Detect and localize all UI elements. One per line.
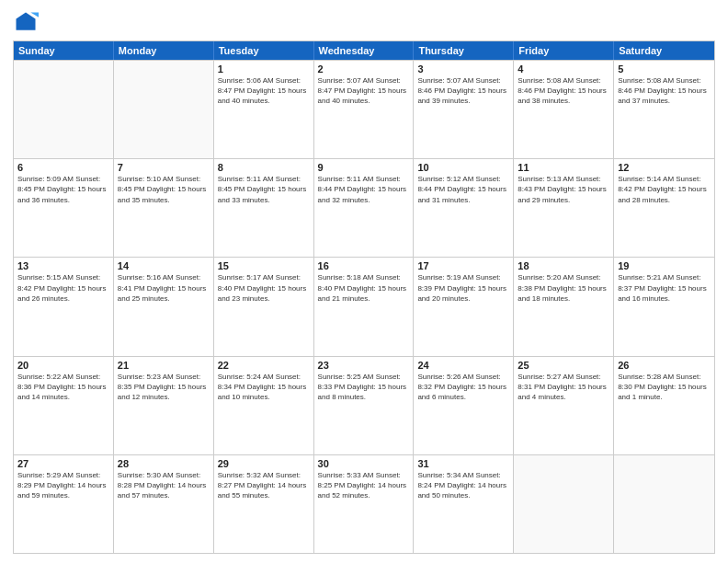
calendar-cell: [514, 455, 614, 553]
day-number: 1: [218, 63, 310, 75]
day-info: Sunrise: 5:06 AM Sunset: 8:47 PM Dayligh…: [218, 75, 310, 107]
calendar-cell: [14, 61, 114, 158]
calendar-cell: 3Sunrise: 5:07 AM Sunset: 8:46 PM Daylig…: [414, 61, 514, 158]
day-number: 12: [618, 162, 711, 173]
calendar-cell: 15Sunrise: 5:17 AM Sunset: 8:40 PM Dayli…: [214, 258, 314, 355]
calendar-header: SundayMondayTuesdayWednesdayThursdayFrid…: [14, 41, 714, 60]
calendar-cell: 30Sunrise: 5:33 AM Sunset: 8:25 PM Dayli…: [314, 455, 415, 553]
day-info: Sunrise: 5:09 AM Sunset: 8:45 PM Dayligh…: [17, 174, 109, 205]
day-number: 2: [318, 63, 410, 75]
day-number: 24: [417, 360, 509, 371]
calendar-cell: 4Sunrise: 5:08 AM Sunset: 8:46 PM Daylig…: [514, 61, 614, 158]
day-info: Sunrise: 5:18 AM Sunset: 8:40 PM Dayligh…: [318, 272, 410, 304]
day-number: 16: [318, 260, 410, 271]
calendar-header-cell: Wednesday: [314, 41, 415, 60]
calendar-cell: 26Sunrise: 5:28 AM Sunset: 8:30 PM Dayli…: [614, 357, 714, 454]
calendar-header-cell: Sunday: [14, 41, 114, 60]
calendar-cell: 23Sunrise: 5:25 AM Sunset: 8:33 PM Dayli…: [314, 357, 415, 454]
day-info: Sunrise: 5:25 AM Sunset: 8:33 PM Dayligh…: [318, 372, 410, 403]
day-number: 4: [518, 63, 609, 75]
day-number: 18: [518, 260, 609, 271]
day-number: 3: [417, 63, 509, 75]
day-number: 9: [318, 162, 410, 173]
calendar-cell: 29Sunrise: 5:32 AM Sunset: 8:27 PM Dayli…: [214, 455, 314, 553]
calendar-row: 20Sunrise: 5:22 AM Sunset: 8:36 PM Dayli…: [14, 356, 714, 454]
calendar-cell: 1Sunrise: 5:06 AM Sunset: 8:47 PM Daylig…: [214, 61, 314, 158]
calendar-cell: 8Sunrise: 5:11 AM Sunset: 8:45 PM Daylig…: [214, 159, 314, 257]
day-number: 26: [618, 360, 711, 371]
day-info: Sunrise: 5:08 AM Sunset: 8:46 PM Dayligh…: [618, 75, 711, 107]
calendar-cell: 10Sunrise: 5:12 AM Sunset: 8:44 PM Dayli…: [414, 159, 514, 257]
day-number: 19: [618, 260, 711, 271]
calendar-cell: 12Sunrise: 5:14 AM Sunset: 8:42 PM Dayli…: [614, 159, 714, 257]
day-info: Sunrise: 5:16 AM Sunset: 8:41 PM Dayligh…: [118, 272, 210, 304]
calendar-cell: [614, 455, 714, 553]
calendar-cell: 28Sunrise: 5:30 AM Sunset: 8:28 PM Dayli…: [114, 455, 214, 553]
calendar-cell: 2Sunrise: 5:07 AM Sunset: 8:47 PM Daylig…: [314, 61, 415, 158]
day-info: Sunrise: 5:29 AM Sunset: 8:29 PM Dayligh…: [17, 470, 109, 501]
calendar-cell: 31Sunrise: 5:34 AM Sunset: 8:24 PM Dayli…: [414, 455, 514, 553]
calendar-cell: 19Sunrise: 5:21 AM Sunset: 8:37 PM Dayli…: [614, 258, 714, 355]
calendar: SundayMondayTuesdayWednesdayThursdayFrid…: [13, 40, 715, 554]
calendar-header-cell: Thursday: [414, 41, 514, 60]
header: [13, 9, 715, 35]
day-info: Sunrise: 5:15 AM Sunset: 8:42 PM Dayligh…: [17, 272, 109, 304]
calendar-row: 13Sunrise: 5:15 AM Sunset: 8:42 PM Dayli…: [14, 257, 714, 355]
calendar-header-cell: Monday: [114, 41, 214, 60]
day-number: 15: [218, 260, 310, 271]
calendar-cell: 11Sunrise: 5:13 AM Sunset: 8:43 PM Dayli…: [514, 159, 614, 257]
day-info: Sunrise: 5:28 AM Sunset: 8:30 PM Dayligh…: [618, 372, 711, 403]
calendar-header-cell: Tuesday: [214, 41, 314, 60]
calendar-cell: 9Sunrise: 5:11 AM Sunset: 8:44 PM Daylig…: [314, 159, 415, 257]
calendar-cell: 25Sunrise: 5:27 AM Sunset: 8:31 PM Dayli…: [514, 357, 614, 454]
calendar-cell: 5Sunrise: 5:08 AM Sunset: 8:46 PM Daylig…: [614, 61, 714, 158]
day-info: Sunrise: 5:20 AM Sunset: 8:38 PM Dayligh…: [518, 272, 609, 304]
day-info: Sunrise: 5:24 AM Sunset: 8:34 PM Dayligh…: [218, 372, 310, 403]
day-info: Sunrise: 5:17 AM Sunset: 8:40 PM Dayligh…: [218, 272, 310, 304]
day-info: Sunrise: 5:23 AM Sunset: 8:35 PM Dayligh…: [118, 372, 210, 403]
day-info: Sunrise: 5:11 AM Sunset: 8:44 PM Dayligh…: [318, 174, 410, 205]
calendar-header-cell: Friday: [514, 41, 614, 60]
day-number: 7: [118, 162, 210, 173]
day-info: Sunrise: 5:10 AM Sunset: 8:45 PM Dayligh…: [118, 174, 210, 205]
calendar-header-cell: Saturday: [614, 41, 714, 60]
calendar-cell: 18Sunrise: 5:20 AM Sunset: 8:38 PM Dayli…: [514, 258, 614, 355]
day-number: 27: [17, 458, 109, 469]
day-number: 20: [17, 360, 109, 371]
calendar-row: 1Sunrise: 5:06 AM Sunset: 8:47 PM Daylig…: [14, 60, 714, 158]
day-number: 17: [417, 260, 509, 271]
day-number: 25: [518, 360, 609, 371]
logo: [13, 9, 42, 35]
day-info: Sunrise: 5:07 AM Sunset: 8:47 PM Dayligh…: [318, 75, 410, 107]
day-info: Sunrise: 5:08 AM Sunset: 8:46 PM Dayligh…: [518, 75, 609, 107]
day-info: Sunrise: 5:12 AM Sunset: 8:44 PM Dayligh…: [417, 174, 509, 205]
day-number: 31: [417, 458, 509, 469]
day-number: 13: [17, 260, 109, 271]
day-number: 22: [218, 360, 310, 371]
day-number: 10: [417, 162, 509, 173]
day-number: 30: [318, 458, 410, 469]
calendar-cell: 22Sunrise: 5:24 AM Sunset: 8:34 PM Dayli…: [214, 357, 314, 454]
day-number: 23: [318, 360, 410, 371]
day-info: Sunrise: 5:21 AM Sunset: 8:37 PM Dayligh…: [618, 272, 711, 304]
calendar-cell: 24Sunrise: 5:26 AM Sunset: 8:32 PM Dayli…: [414, 357, 514, 454]
calendar-cell: 21Sunrise: 5:23 AM Sunset: 8:35 PM Dayli…: [114, 357, 214, 454]
calendar-cell: 20Sunrise: 5:22 AM Sunset: 8:36 PM Dayli…: [14, 357, 114, 454]
calendar-cell: 13Sunrise: 5:15 AM Sunset: 8:42 PM Dayli…: [14, 258, 114, 355]
day-number: 28: [118, 458, 210, 469]
calendar-row: 6Sunrise: 5:09 AM Sunset: 8:45 PM Daylig…: [14, 158, 714, 257]
day-info: Sunrise: 5:27 AM Sunset: 8:31 PM Dayligh…: [518, 372, 609, 403]
day-number: 8: [218, 162, 310, 173]
logo-icon: [13, 9, 39, 35]
calendar-cell: 27Sunrise: 5:29 AM Sunset: 8:29 PM Dayli…: [14, 455, 114, 553]
svg-marker-0: [17, 13, 36, 30]
day-number: 5: [618, 63, 711, 75]
calendar-cell: 6Sunrise: 5:09 AM Sunset: 8:45 PM Daylig…: [14, 159, 114, 257]
day-number: 29: [218, 458, 310, 469]
day-info: Sunrise: 5:14 AM Sunset: 8:42 PM Dayligh…: [618, 174, 711, 205]
day-number: 21: [118, 360, 210, 371]
calendar-row: 27Sunrise: 5:29 AM Sunset: 8:29 PM Dayli…: [14, 454, 714, 553]
calendar-body: 1Sunrise: 5:06 AM Sunset: 8:47 PM Daylig…: [14, 60, 714, 553]
calendar-cell: 7Sunrise: 5:10 AM Sunset: 8:45 PM Daylig…: [114, 159, 214, 257]
day-info: Sunrise: 5:34 AM Sunset: 8:24 PM Dayligh…: [417, 470, 509, 501]
